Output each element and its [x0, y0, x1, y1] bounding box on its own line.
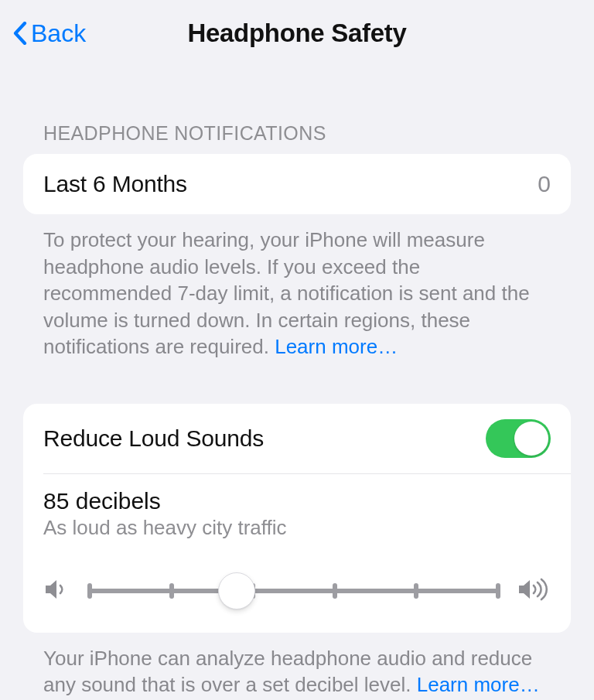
- last-6-months-row[interactable]: Last 6 Months 0: [23, 154, 571, 214]
- reduce-loud-sounds-card: Reduce Loud Sounds 85 decibels As loud a…: [23, 404, 571, 633]
- toggle-knob: [514, 422, 548, 456]
- decibel-value: 85 decibels: [43, 488, 551, 514]
- notifications-footer: To protect your hearing, your iPhone wil…: [23, 214, 571, 360]
- slider-thumb[interactable]: [218, 572, 255, 610]
- decibel-slider[interactable]: [90, 572, 498, 610]
- row-value: 0: [538, 171, 551, 197]
- decibel-description: As loud as heavy city traffic: [43, 516, 551, 540]
- speaker-high-icon: [517, 578, 551, 604]
- section-header-notifications: HEADPHONE NOTIFICATIONS: [23, 67, 571, 154]
- slider-tick: [169, 583, 174, 599]
- slider-tick: [333, 583, 337, 599]
- slider-tick: [414, 583, 418, 599]
- decibel-row: 85 decibels As loud as heavy city traffi…: [23, 474, 571, 558]
- slider-track: [90, 589, 498, 593]
- speaker-low-icon: [43, 578, 71, 604]
- notifications-card: Last 6 Months 0: [23, 154, 571, 214]
- nav-bar: Back Headphone Safety: [0, 0, 594, 67]
- reduce-loud-sounds-row: Reduce Loud Sounds: [23, 404, 571, 473]
- reduce-loud-sounds-toggle[interactable]: [486, 419, 551, 458]
- page-title: Headphone Safety: [187, 19, 406, 48]
- back-label: Back: [31, 19, 86, 48]
- reduce-footer: Your iPhone can analyze headphone audio …: [23, 633, 571, 698]
- slider-tick: [496, 583, 500, 599]
- toggle-label: Reduce Loud Sounds: [43, 425, 264, 452]
- chevron-left-icon: [12, 20, 28, 46]
- slider-tick: [87, 583, 92, 599]
- learn-more-link[interactable]: Learn more…: [275, 335, 398, 358]
- slider-row: [23, 558, 571, 633]
- row-label: Last 6 Months: [43, 171, 187, 197]
- back-button[interactable]: Back: [12, 19, 86, 48]
- learn-more-link[interactable]: Learn more…: [417, 673, 540, 696]
